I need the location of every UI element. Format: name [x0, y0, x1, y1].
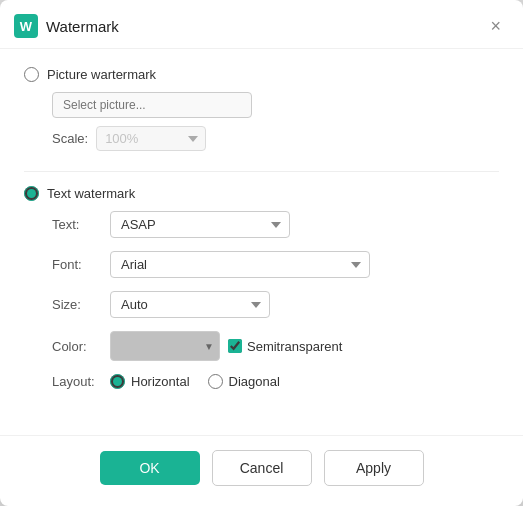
layout-options: Horizontal Diagonal [110, 374, 280, 389]
text-select[interactable]: ASAP CONFIDENTIAL DRAFT FINAL SAMPLE [110, 211, 290, 238]
color-picker-button[interactable]: ▼ [110, 331, 220, 361]
layout-field-label: Layout: [52, 374, 110, 389]
title-area: W Watermark [14, 14, 119, 38]
section-divider [24, 171, 499, 172]
picture-select-input[interactable] [52, 92, 252, 118]
color-picker-arrow-icon: ▼ [204, 341, 214, 352]
font-select[interactable]: Arial Times New Roman Calibri Verdana [110, 251, 370, 278]
cancel-button[interactable]: Cancel [212, 450, 312, 486]
text-watermark-radio-label[interactable]: Text watermark [24, 186, 499, 201]
ok-button[interactable]: OK [100, 451, 200, 485]
close-button[interactable]: × [486, 15, 505, 37]
picture-watermark-radio-label[interactable]: Picture wartermark [24, 67, 499, 82]
dialog-body: Picture wartermark Scale: 100% Text wate… [0, 49, 523, 435]
font-field-label: Font: [52, 257, 110, 272]
size-select[interactable]: Auto 8 10 12 14 16 18 24 36 [110, 291, 270, 318]
layout-row: Layout: Horizontal Diagonal [52, 374, 499, 389]
size-field-label: Size: [52, 297, 110, 312]
text-watermark-radio[interactable] [24, 186, 39, 201]
size-row: Size: Auto 8 10 12 14 16 18 24 36 [52, 291, 499, 318]
semitransparent-checkbox[interactable] [228, 339, 242, 353]
text-watermark-options: Text: ASAP CONFIDENTIAL DRAFT FINAL SAMP… [24, 211, 499, 389]
picture-watermark-options: Scale: 100% [24, 92, 499, 151]
diagonal-radio-label[interactable]: Diagonal [208, 374, 280, 389]
dialog-footer: OK Cancel Apply [0, 435, 523, 506]
font-row: Font: Arial Times New Roman Calibri Verd… [52, 251, 499, 278]
diagonal-radio[interactable] [208, 374, 223, 389]
semitransparent-label: Semitransparent [247, 339, 342, 354]
app-icon: W [14, 14, 38, 38]
text-field-label: Text: [52, 217, 110, 232]
semitransparent-checkbox-label[interactable]: Semitransparent [228, 339, 342, 354]
scale-label: Scale: [52, 131, 88, 146]
color-controls: ▼ Semitransparent [110, 331, 342, 361]
picture-watermark-label: Picture wartermark [47, 67, 156, 82]
color-row: Color: ▼ Semitransparent [52, 331, 499, 361]
picture-watermark-section: Picture wartermark Scale: 100% [24, 67, 499, 151]
dialog-header: W Watermark × [0, 0, 523, 49]
text-row: Text: ASAP CONFIDENTIAL DRAFT FINAL SAMP… [52, 211, 499, 238]
scale-select[interactable]: 100% [96, 126, 206, 151]
horizontal-label: Horizontal [131, 374, 190, 389]
color-field-label: Color: [52, 339, 110, 354]
picture-input-row [52, 92, 499, 118]
horizontal-radio-label[interactable]: Horizontal [110, 374, 190, 389]
dialog-title: Watermark [46, 18, 119, 35]
diagonal-label: Diagonal [229, 374, 280, 389]
text-watermark-label: Text watermark [47, 186, 135, 201]
apply-button[interactable]: Apply [324, 450, 424, 486]
picture-watermark-radio[interactable] [24, 67, 39, 82]
scale-row: Scale: 100% [52, 126, 499, 151]
horizontal-radio[interactable] [110, 374, 125, 389]
watermark-dialog: W Watermark × Picture wartermark Scale: … [0, 0, 523, 506]
text-watermark-section: Text watermark Text: ASAP CONFIDENTIAL D… [24, 186, 499, 389]
